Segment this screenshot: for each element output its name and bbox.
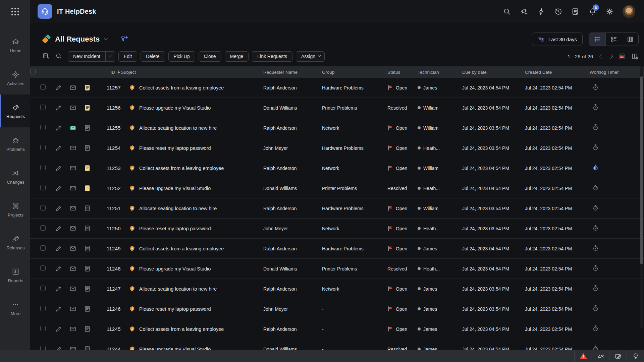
worklog-timer-icon[interactable] — [592, 228, 599, 233]
worklog-note-icon[interactable] — [84, 144, 91, 152]
request-subject[interactable]: Allocate seating location to new hire — [139, 125, 217, 131]
table-row[interactable]: 11253 Collect assets from a leaving empl… — [30, 158, 644, 178]
row-checkbox[interactable] — [40, 245, 46, 251]
row-checkbox[interactable] — [40, 185, 46, 190]
sidebar-item-more[interactable]: More — [0, 292, 30, 324]
new-incident-dropdown-button[interactable] — [105, 52, 115, 61]
request-id[interactable]: 11255 — [95, 125, 121, 131]
request-subject[interactable]: Allocate seating location to new hire — [139, 286, 217, 292]
request-id[interactable]: 11254 — [95, 145, 121, 151]
mail-icon[interactable] — [69, 245, 76, 252]
row-checkbox[interactable] — [40, 225, 46, 231]
request-subject[interactable]: Collect assets from a leaving employee — [139, 326, 224, 332]
worklog-note-icon[interactable] — [84, 84, 91, 91]
column-header-id[interactable]: ID — [95, 70, 121, 75]
card-view-button[interactable] — [605, 33, 622, 46]
request-subject[interactable]: Collect assets from a leaving employee — [139, 85, 224, 90]
worklog-note-icon[interactable] — [84, 305, 91, 312]
worklog-note-icon[interactable] — [84, 265, 91, 272]
suggestions-icon[interactable] — [627, 350, 644, 362]
sidebar-item-releases[interactable]: Releases — [0, 226, 30, 259]
row-checkbox[interactable] — [40, 105, 46, 110]
worklog-note-icon[interactable] — [84, 124, 91, 131]
request-id[interactable]: 11249 — [95, 246, 121, 251]
table-row[interactable]: 11257 Collect assets from a leaving empl… — [30, 78, 644, 98]
worklog-note-icon[interactable] — [84, 225, 91, 232]
sidebar-item-requests[interactable]: Requests — [0, 95, 30, 127]
request-subject[interactable]: Please upgrade my Visual Studio — [139, 105, 211, 111]
add-column-view-icon[interactable] — [42, 52, 50, 60]
request-id[interactable]: 11256 — [95, 105, 121, 111]
quick-actions-icon[interactable] — [537, 7, 545, 15]
toolbar-button-new-incident[interactable]: New Incident — [68, 51, 115, 62]
column-view-button[interactable] — [622, 33, 638, 46]
toolbar-button-edit[interactable]: Edit — [118, 51, 137, 62]
notifications-icon[interactable]: 6 — [588, 7, 596, 15]
request-subject[interactable]: Please reset my laptop password — [139, 145, 211, 151]
column-header-due[interactable]: Due by date — [462, 70, 525, 75]
request-subject[interactable]: Collect assets from a leaving employee — [139, 166, 224, 171]
edit-icon[interactable] — [55, 185, 62, 192]
column-header-status[interactable]: Status — [387, 70, 418, 75]
row-checkbox[interactable] — [40, 145, 46, 150]
edit-icon[interactable] — [55, 165, 62, 172]
worklog-timer-icon[interactable] — [592, 248, 599, 253]
table-row[interactable]: 11251 Allocate seating location to new h… — [30, 198, 644, 219]
sidebar-item-changes[interactable]: Changes — [0, 160, 30, 193]
warning-icon[interactable] — [574, 350, 592, 362]
edit-icon[interactable] — [55, 305, 62, 312]
edit-icon[interactable] — [55, 245, 62, 252]
worklog-timer-icon[interactable] — [592, 147, 599, 153]
mail-icon[interactable] — [69, 225, 76, 232]
headset-logo-icon[interactable] — [38, 4, 52, 19]
add-filter-icon[interactable] — [119, 35, 128, 44]
table-row[interactable]: 11252 Please upgrade my Visual Studio Do… — [30, 178, 644, 198]
mail-icon[interactable] — [69, 165, 76, 172]
mail-icon[interactable] — [69, 104, 76, 111]
request-id[interactable]: 11257 — [95, 85, 121, 90]
table-search-icon[interactable] — [55, 52, 63, 60]
table-row[interactable]: 11256 Please upgrade my Visual Studio Do… — [30, 98, 644, 118]
row-checkbox[interactable] — [40, 165, 46, 170]
table-row[interactable]: 11248 Please upgrade my Visual Studio Do… — [30, 259, 644, 279]
worklog-note-icon[interactable] — [84, 325, 91, 333]
table-row[interactable]: 11247 Allocate seating location to new h… — [30, 279, 644, 299]
edit-icon[interactable] — [55, 285, 62, 292]
prev-page-icon[interactable] — [599, 54, 604, 59]
next-page-icon[interactable] — [608, 54, 613, 59]
settings-icon[interactable] — [605, 7, 613, 15]
edit-icon[interactable] — [55, 104, 62, 111]
worklog-timer-icon[interactable] — [592, 107, 599, 112]
column-header-created[interactable]: Created Date — [525, 70, 590, 75]
worklog-timer-icon[interactable] — [592, 268, 599, 273]
row-checkbox[interactable] — [40, 265, 46, 271]
column-header-worklog[interactable]: Worklog Timer — [590, 70, 644, 75]
toolbar-button-assign[interactable]: Assign — [296, 51, 325, 62]
edit-icon[interactable] — [55, 205, 62, 212]
request-id[interactable]: 11245 — [95, 326, 121, 332]
row-checkbox[interactable] — [40, 326, 46, 331]
date-range-filter-button[interactable]: Last 30 days — [532, 33, 583, 46]
mail-icon[interactable] — [69, 185, 76, 192]
create-ticket-icon[interactable] — [520, 7, 528, 15]
column-header-group[interactable]: Group — [322, 70, 387, 75]
table-row[interactable]: 11255 Allocate seating location to new h… — [30, 118, 644, 138]
request-subject[interactable]: Collect assets from a leaving employee — [139, 246, 224, 251]
request-subject[interactable]: Please upgrade my Visual Studio — [139, 186, 211, 191]
select-all-checkbox[interactable] — [30, 69, 36, 74]
worklog-note-icon[interactable] — [84, 245, 91, 252]
row-checkbox[interactable] — [40, 125, 46, 130]
mail-icon[interactable] — [69, 124, 76, 131]
approvals-icon[interactable] — [571, 7, 579, 15]
worklog-timer-icon[interactable] — [592, 167, 599, 173]
sidebar-item-reports[interactable]: Reports — [0, 259, 30, 292]
worklog-note-icon[interactable] — [84, 285, 91, 292]
worklog-timer-icon[interactable] — [592, 288, 599, 293]
worklog-timer-icon[interactable] — [592, 127, 599, 132]
request-id[interactable]: 11251 — [95, 205, 121, 211]
worklog-timer-icon[interactable] — [592, 328, 599, 334]
feedback-icon[interactable] — [609, 350, 627, 362]
color-coding-icon[interactable] — [618, 53, 626, 60]
toolbar-button-pick-up[interactable]: Pick Up — [168, 51, 195, 62]
worklog-note-icon[interactable] — [84, 205, 91, 212]
